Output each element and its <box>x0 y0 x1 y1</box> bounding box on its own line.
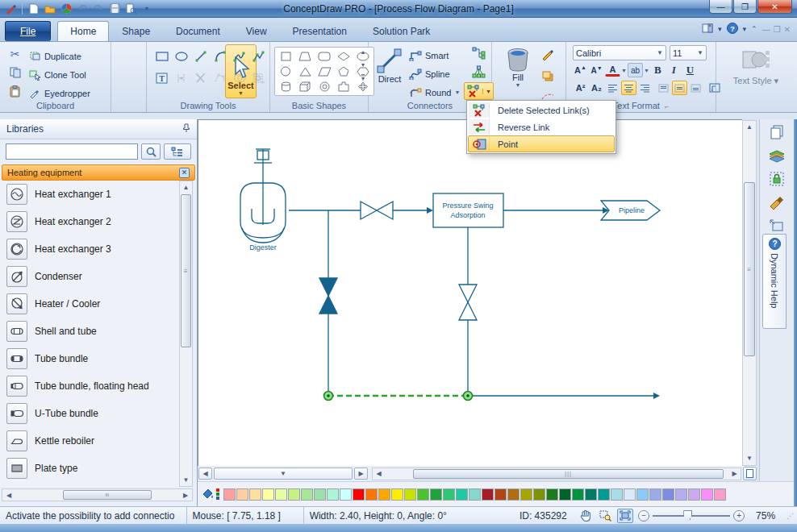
tab-file[interactable]: File <box>5 21 51 41</box>
library-item[interactable]: Shell and tube <box>0 318 179 345</box>
scroll-left-icon[interactable]: ◀ <box>3 489 15 501</box>
color-swatch[interactable] <box>649 488 661 501</box>
tree-connector-icon[interactable] <box>470 45 487 61</box>
color-swatch[interactable] <box>494 488 507 501</box>
insert-point-tool-icon[interactable] <box>173 70 190 86</box>
tab-solution-park[interactable]: Solution Park <box>360 21 443 41</box>
color-swatch[interactable] <box>533 488 545 501</box>
color-swatch[interactable] <box>365 488 378 501</box>
shape-trapezoid-icon[interactable] <box>296 49 314 63</box>
align-left-icon[interactable] <box>605 81 620 95</box>
color-swatch[interactable] <box>714 488 726 501</box>
scroll-right-icon[interactable]: ▶ <box>180 489 191 501</box>
link-actions-split-button[interactable]: ▼ <box>464 82 494 100</box>
link-actions-dropdown-icon[interactable]: ▼ <box>482 89 491 94</box>
copy-icon[interactable] <box>6 64 23 81</box>
shape-cube-icon[interactable] <box>296 80 314 94</box>
valve-closed[interactable] <box>319 278 337 314</box>
color-swatch[interactable] <box>688 488 700 501</box>
cut-icon[interactable]: ✂ <box>6 46 23 62</box>
color-swatch[interactable] <box>249 488 261 501</box>
color-swatch[interactable] <box>482 488 494 501</box>
superscript-icon[interactable]: A² <box>573 81 588 95</box>
help-icon[interactable]: ? <box>727 23 738 35</box>
library-item[interactable]: Condenser <box>0 263 179 290</box>
zoom-slider[interactable] <box>653 510 730 522</box>
color-swatch[interactable] <box>636 488 649 501</box>
child-close-icon[interactable]: ✕ <box>784 25 791 34</box>
tab-shape[interactable]: Shape <box>109 21 163 41</box>
pipeline-shape[interactable]: Pipeline <box>601 201 660 220</box>
library-item[interactable]: Kettle reboiler <box>0 427 179 455</box>
shape-donut-icon[interactable] <box>315 80 333 94</box>
font-color-dropdown-icon[interactable]: ▼ <box>621 68 627 73</box>
color-swatch[interactable] <box>624 488 636 501</box>
split-tool-icon[interactable] <box>192 70 209 86</box>
color-swatch[interactable] <box>353 488 365 501</box>
color-swatch[interactable] <box>572 488 584 501</box>
shape-parallelogram-icon[interactable] <box>315 64 333 78</box>
zoom-slider-thumb[interactable] <box>683 510 692 521</box>
shrink-font-icon[interactable]: A▼ <box>589 63 604 77</box>
panels-dropdown-icon[interactable]: ▾ <box>718 25 722 33</box>
group-tool-icon[interactable] <box>250 70 267 86</box>
color-swatch[interactable] <box>675 488 687 501</box>
dynamic-help-tab[interactable]: ? Dynamic Help <box>762 234 787 329</box>
color-swatch[interactable] <box>443 488 455 501</box>
color-swatch[interactable] <box>391 488 403 501</box>
library-item[interactable]: Tube bundle, floating head <box>0 372 179 400</box>
color-swatch[interactable] <box>262 488 274 501</box>
fill-button[interactable]: Fill ▼ <box>502 47 534 88</box>
color-swatch[interactable] <box>327 488 339 501</box>
shape-rounded-rect-icon[interactable] <box>315 49 333 63</box>
scroll-right-icon[interactable]: ▶ <box>729 468 740 480</box>
round-connector-button[interactable]: Round▼ <box>409 84 460 101</box>
valve-horizontal[interactable] <box>361 202 393 219</box>
grow-font-icon[interactable]: A▲ <box>573 63 588 77</box>
shape-circle-icon[interactable] <box>277 64 294 78</box>
color-swatch[interactable] <box>662 488 674 501</box>
scroll-down-icon[interactable]: ▼ <box>180 474 192 485</box>
align-center-icon[interactable] <box>621 81 636 95</box>
help-dropdown-icon[interactable]: ▾ <box>743 25 747 33</box>
prev-page-button[interactable]: ◀ <box>198 468 212 480</box>
color-swatch[interactable] <box>598 488 610 501</box>
valign-bottom-icon[interactable] <box>688 81 703 95</box>
color-swatch[interactable] <box>404 488 416 501</box>
smart-connector-button[interactable]: Smart <box>409 47 460 64</box>
library-horizontal-scrollbar[interactable]: ◀ ≡ ▶ <box>2 488 193 501</box>
library-item[interactable]: U-Tube bundle <box>0 400 179 427</box>
shape-square-icon[interactable] <box>277 49 294 63</box>
color-swatch[interactable] <box>288 488 300 501</box>
scroll-up-icon[interactable]: ▲ <box>743 121 756 133</box>
scroll-down-icon[interactable]: ▼ <box>743 452 756 464</box>
subscript-icon[interactable]: A₂ <box>589 81 604 95</box>
line-color-icon[interactable] <box>539 47 556 63</box>
shape-pentagon-icon[interactable] <box>335 64 353 78</box>
color-swatch[interactable] <box>469 488 481 501</box>
library-vertical-scrollbar[interactable]: ▲ ≡ ▼ <box>179 181 193 487</box>
scroll-left-icon[interactable]: ◀ <box>373 468 384 480</box>
library-tree-view-button[interactable] <box>164 143 191 160</box>
text-format-dialog-launcher-icon[interactable]: ⌐ <box>665 102 669 110</box>
zoom-in-button[interactable]: + <box>733 510 745 522</box>
scroll-up-icon[interactable]: ▲ <box>180 181 192 193</box>
align-right-icon[interactable] <box>637 81 653 95</box>
color-swatch[interactable] <box>611 488 623 501</box>
digester-label[interactable]: Digester <box>249 243 277 251</box>
lock-panel-icon[interactable] <box>766 168 787 189</box>
color-swatch[interactable] <box>559 488 571 501</box>
tab-presentation[interactable]: Presentation <box>280 21 360 41</box>
clone-tool-button[interactable]: Clone Tool <box>29 66 90 83</box>
spline-connector-button[interactable]: Spline <box>409 65 460 82</box>
underline-icon[interactable]: U <box>682 63 698 77</box>
canvas-vertical-scrollbar[interactable]: ▲ ≡ ▼ <box>742 120 757 466</box>
highlight-color-icon[interactable]: ab <box>628 63 643 77</box>
shadow-icon[interactable] <box>539 68 556 84</box>
library-item[interactable]: Tube bundle <box>0 345 179 372</box>
maximize-button[interactable]: ❐ <box>733 0 757 14</box>
palette-bucket-icon[interactable] <box>201 487 215 502</box>
color-swatch[interactable] <box>301 488 313 501</box>
color-swatch[interactable] <box>507 488 520 501</box>
shape-triangle-icon[interactable] <box>296 64 314 78</box>
